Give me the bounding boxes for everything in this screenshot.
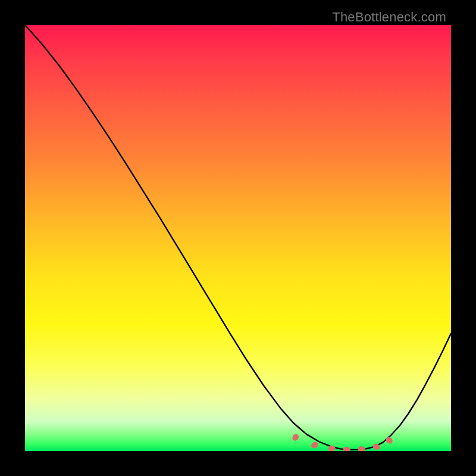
plot-gradient-background: [25, 25, 451, 451]
chart-container: TheBottleneck.com: [0, 0, 476, 476]
watermark-text: TheBottleneck.com: [332, 10, 446, 25]
